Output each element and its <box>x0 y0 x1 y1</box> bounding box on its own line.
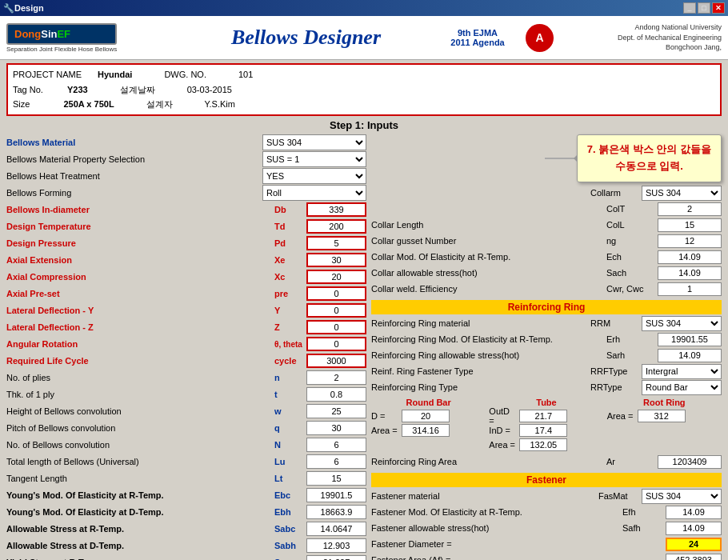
axial-ext-label: Axial Extension <box>6 255 274 265</box>
no-conv-field[interactable] <box>306 438 366 452</box>
colt-row: ColT <box>371 202 722 217</box>
lateral-z-label: Lateral Deflection - Z <box>6 322 274 332</box>
pitch-row: Pitch of Bellows convolution q <box>6 420 366 436</box>
allowable-dt-field[interactable] <box>306 538 366 553</box>
allowable-dt-row: Allowable Stress at D-Temp. Sabh <box>6 538 366 554</box>
youngs-rt-field[interactable] <box>306 488 366 502</box>
reinforcing-title: Reinforcing Ring <box>371 300 722 314</box>
angular-label: Angular Rotation <box>6 339 274 349</box>
fastener-diameter-label: Fastener Diameter = <box>371 539 662 549</box>
fastener-area-label: Fastener Area (Af) = <box>371 555 662 560</box>
tube-area-field[interactable] <box>519 438 567 451</box>
collar-weld-field[interactable] <box>658 282 722 296</box>
forming-row: Bellows Forming Roll <box>6 185 366 201</box>
fastener-area-field[interactable] <box>666 554 722 560</box>
fastener-allowable-field[interactable] <box>666 522 722 535</box>
tangent-length-field[interactable] <box>306 471 366 486</box>
bellows-matprop-dropdown[interactable]: SUS = 1 <box>262 151 366 167</box>
design-temp-sym: Td <box>274 222 306 231</box>
left-panel: Bellows Material SUS 304 Bellows Materia… <box>6 134 366 560</box>
rr-area-row: Reinforcing Ring Area Ar <box>371 454 722 470</box>
pitch-field[interactable] <box>306 421 366 435</box>
rb-area-field[interactable] <box>402 424 450 437</box>
tooltip-line2: 수동으로 입력. <box>587 158 711 175</box>
forming-dropdown[interactable]: Roll <box>262 185 366 201</box>
collar-allowable-sym: Sach <box>606 268 654 278</box>
rr-type-dropdown[interactable]: Round Bar <box>642 380 722 395</box>
design-pressure-field[interactable] <box>306 236 366 250</box>
university-area: A Andong National University Dept. of Me… <box>526 22 722 53</box>
heat-treatment-dropdown[interactable]: YES <box>262 168 366 184</box>
tube-ind-field[interactable] <box>519 424 567 437</box>
yield-rt-field[interactable] <box>306 555 366 560</box>
bellows-material-dropdown[interactable]: SUS 304 <box>262 134 366 150</box>
collar-gusset-field[interactable] <box>658 234 722 248</box>
fastener-diameter-field[interactable] <box>666 538 722 551</box>
youngs-dt-row: Young's Mod. Of Elasticity at D-Temp. Eb… <box>6 504 366 520</box>
tooltip-box: 7. 붉은색 박스 안의 값들을 수동으로 입력. <box>577 134 722 182</box>
in-diameter-field[interactable] <box>306 202 366 217</box>
collar-gusset-sym: ng <box>606 236 654 246</box>
youngs-dt-field[interactable] <box>306 505 366 519</box>
ejma-info: 9th EJMA 2011 Agenda <box>430 28 526 47</box>
rr-mod-field[interactable] <box>658 333 722 346</box>
allowable-rt-label: Allowable Stress at R-Temp. <box>6 524 274 534</box>
project-name-label: PROJECT NAME <box>13 67 82 82</box>
design-temp-field[interactable] <box>306 219 366 234</box>
tube-outd-field[interactable] <box>519 410 567 422</box>
rrf-type-dropdown[interactable]: Intergral <box>642 364 722 379</box>
size-value: 250A x 750L <box>63 97 114 112</box>
lateral-z-field[interactable] <box>306 320 366 334</box>
angular-field[interactable] <box>306 337 366 351</box>
rb-d-field[interactable] <box>402 410 450 422</box>
app-icon: 🔧 <box>3 3 14 14</box>
rr-allowable-field[interactable] <box>658 349 722 362</box>
colt-field[interactable] <box>658 202 722 216</box>
dwg-label: DWG. NO. <box>164 67 206 82</box>
collar-allowable-field[interactable] <box>658 266 722 280</box>
allowable-rt-sym: Sabc <box>274 524 306 534</box>
fastener-material-dropdown[interactable]: SUS 304 <box>642 489 722 504</box>
no-plies-field[interactable] <box>306 370 366 385</box>
youngs-dt-sym: Ebh <box>274 507 306 517</box>
life-cycle-label: Required Life Cycle <box>6 356 274 366</box>
fastener-mod-field[interactable] <box>666 506 722 519</box>
thickness-row: Thk. of 1 ply t <box>6 386 366 402</box>
collar-length-field[interactable] <box>658 218 722 232</box>
collar-mod-field[interactable] <box>658 250 722 264</box>
lateral-z-sym: Z <box>274 322 306 332</box>
fastener-material-sym: FasMat <box>598 491 638 501</box>
rrf-type-label: Reinf. Ring Fastener Type <box>371 366 587 376</box>
heat-treatment-row: Bellows Heat Treatment YES <box>6 168 366 184</box>
root-ring-title: Root Ring <box>607 398 722 407</box>
collar-arm-dropdown[interactable]: SUS 304 <box>642 186 722 201</box>
height-conv-field[interactable] <box>306 404 366 418</box>
life-cycle-field[interactable] <box>306 354 366 368</box>
axial-preset-field[interactable] <box>306 286 366 301</box>
rr-area-field[interactable] <box>658 455 722 469</box>
youngs-dt-label: Young's Mod. Of Elasticity at D-Temp. <box>6 507 274 517</box>
tangent-length-label: Tangent Length <box>6 474 274 483</box>
bellows-material-label: Bellows Material <box>6 138 262 147</box>
header: DongSinEF Separation Joint Flexible Hose… <box>0 16 728 60</box>
app-title: Bellows Designer <box>182 26 430 50</box>
total-length-field[interactable] <box>306 454 366 469</box>
root-area-field[interactable] <box>638 410 686 422</box>
lateral-y-field[interactable] <box>306 303 366 318</box>
minimize-button[interactable]: _ <box>683 2 696 14</box>
round-bar-col: Round Bar D = Area = <box>371 398 486 438</box>
close-button[interactable]: ✕ <box>712 2 725 14</box>
thickness-field[interactable] <box>306 387 366 402</box>
project-row-2: Tag No. Y233 설계날짜 03-03-2015 <box>13 82 715 98</box>
axial-comp-field[interactable] <box>306 270 366 284</box>
project-row-3: Size 250A x 750L 설계자 Y.S.Kim <box>13 97 715 112</box>
allowable-rt-field[interactable] <box>306 522 366 536</box>
rb-area-label: Area = <box>371 426 399 435</box>
life-cycle-row: Required Life Cycle cycle <box>6 353 366 369</box>
maximize-button[interactable]: □ <box>698 2 710 14</box>
title-bar: 🔧 Design _ □ ✕ <box>0 0 728 16</box>
axial-ext-field[interactable] <box>306 253 366 267</box>
university-name: Andong National University <box>562 22 722 33</box>
height-conv-sym: w <box>274 406 306 416</box>
rr-material-dropdown[interactable]: SUS 304 <box>642 316 722 331</box>
